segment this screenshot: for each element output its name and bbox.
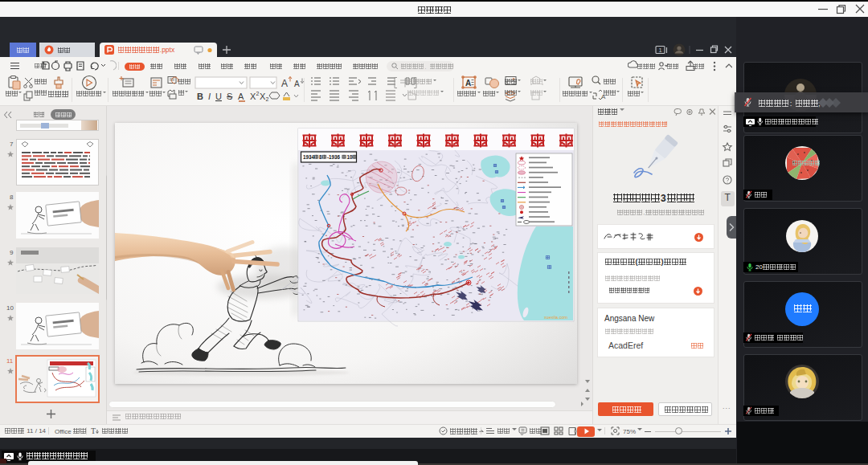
svg-text:10: 10 bbox=[347, 154, 354, 160]
svg-text:I: I bbox=[208, 92, 211, 101]
svg-text:U: U bbox=[215, 92, 222, 101]
svg-text:1: 1 bbox=[658, 47, 661, 54]
svg-text:A: A bbox=[281, 78, 288, 89]
svg-text:B: B bbox=[197, 92, 203, 101]
svg-text:S: S bbox=[227, 92, 232, 101]
svg-text:A: A bbox=[465, 79, 471, 88]
svg-text:T: T bbox=[91, 426, 96, 435]
svg-text:1934: 1934 bbox=[303, 154, 315, 160]
svg-text:xuexila.com: xuexila.com bbox=[544, 315, 567, 320]
svg-text:A: A bbox=[294, 80, 300, 88]
svg-text:2: 2 bbox=[256, 91, 260, 96]
svg-text:A: A bbox=[238, 92, 244, 101]
svg-text:2: 2 bbox=[266, 96, 269, 102]
svg-text:8: 8 bbox=[319, 154, 322, 160]
svg-text:-1936: -1936 bbox=[327, 154, 341, 160]
